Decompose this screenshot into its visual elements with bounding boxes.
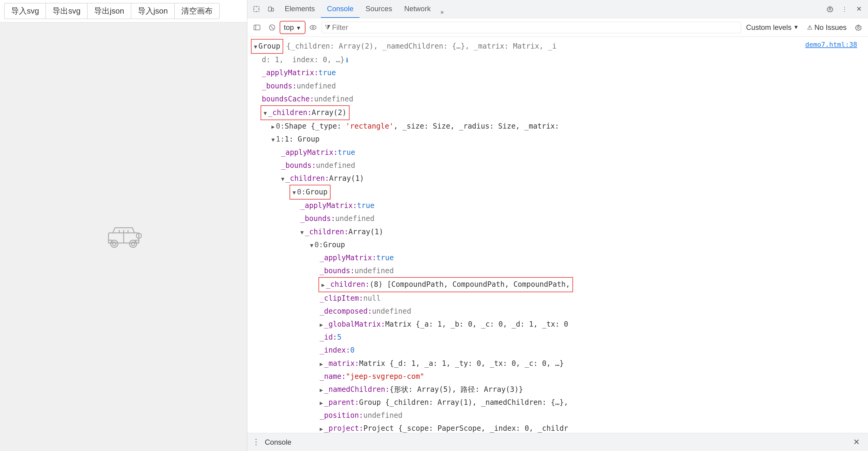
svg-line-23: [271, 26, 274, 29]
tab-elements[interactable]: Elements: [279, 0, 321, 18]
devtools-panel: Elements Console Sources Network » ⋮ ✕: [247, 0, 868, 451]
child1-val: 1: Group: [285, 134, 320, 145]
import-json-button[interactable]: 导入json: [131, 3, 175, 19]
matrix-expand-icon[interactable]: [320, 358, 324, 369]
custom-levels-button[interactable]: Custom levels ▼: [743, 22, 802, 33]
filter-input[interactable]: [332, 23, 738, 32]
applyMatrix-key-3: _applyMatrix:: [300, 200, 357, 211]
applyMatrix-val-4: true: [376, 252, 394, 263]
children-4-header-line[interactable]: _children: (8) [CompoundPath, CompoundPa…: [247, 277, 868, 291]
group-sub-line: d: 1, index: 0, …} ℹ: [247, 53, 868, 66]
svg-point-25: [312, 27, 314, 28]
inspect-element-button[interactable]: [250, 2, 263, 16]
context-chevron-icon: ▼: [296, 25, 301, 31]
clear-canvas-button[interactable]: 清空画布: [174, 3, 220, 19]
devtools-settings-button[interactable]: [824, 2, 837, 16]
console-close-button[interactable]: ✕: [850, 435, 863, 449]
children-3-header-line[interactable]: _children: Array(1): [247, 225, 868, 238]
globalMatrix-line[interactable]: _globalMatrix: Matrix {_a: 1, _b: 0, _c:…: [247, 318, 868, 331]
console-content: demo7.html:38 Group {_children: Array(2)…: [247, 37, 868, 433]
child20-expand-icon[interactable]: [292, 187, 297, 198]
group-root-line[interactable]: Group {_children: Array(2), _namedChildr…: [247, 39, 805, 53]
bounds-val-3: undefined: [335, 213, 375, 224]
console-settings-button[interactable]: [852, 21, 865, 34]
console-clear-button[interactable]: [266, 21, 279, 34]
child0-val: Shape {_type: 'rectangle', _size: Size, …: [285, 121, 559, 132]
child-3-0-line[interactable]: 0: Group: [247, 238, 868, 251]
custom-levels-label: Custom levels: [746, 23, 792, 32]
position-val: undefined: [364, 410, 403, 421]
devtools-close-button[interactable]: ✕: [852, 2, 866, 16]
children3-expand-icon[interactable]: [300, 226, 305, 237]
children-header-line[interactable]: _children: Array(2): [247, 106, 868, 120]
group-label: Group: [258, 41, 280, 52]
namedChildren-val: {形状: Array(5), 路径: Array(3)}: [390, 384, 523, 395]
import-svg-button[interactable]: 导入svg: [4, 3, 45, 19]
bounds-line-2: _bounds: undefined: [247, 159, 868, 172]
svg-point-3: [112, 242, 116, 246]
namedChildren-line[interactable]: _namedChildren: {形状: Array(5), 路径: Array…: [247, 383, 868, 396]
children-expand-icon[interactable]: [264, 107, 268, 118]
context-label: top: [284, 23, 294, 31]
project-line[interactable]: _project: Project {_scope: PaperScope, _…: [247, 422, 868, 433]
index-line: _index: 0: [247, 344, 868, 357]
children2-type: Array(1): [329, 173, 364, 184]
tab-network[interactable]: Network: [398, 0, 437, 18]
child30-index: 0:: [315, 239, 323, 251]
parent-expand-icon[interactable]: [320, 397, 324, 408]
clipItem-val: null: [364, 293, 381, 304]
name-key: _name:: [320, 371, 346, 382]
svg-rect-17: [269, 7, 272, 11]
context-selector[interactable]: top ▼: [280, 22, 305, 33]
device-toggle-button[interactable]: [264, 2, 277, 16]
project-expand-icon[interactable]: [320, 423, 324, 433]
export-json-button[interactable]: 导出json: [87, 3, 131, 19]
applyMatrix-key-1: _applyMatrix:: [262, 67, 318, 79]
no-issues-label: No Issues: [814, 23, 846, 32]
children-2-header-line[interactable]: _children: Array(1): [247, 172, 868, 185]
decomposed-line: _decomposed: undefined: [247, 305, 868, 318]
bounds-key-4: _bounds:: [320, 265, 355, 277]
bounds-line-4: _bounds: undefined: [247, 264, 868, 277]
matrix-line[interactable]: _matrix: Matrix {_d: 1, _a: 1, _ty: 0, _…: [247, 357, 868, 370]
globalMatrix-expand-icon[interactable]: [320, 319, 324, 330]
project-key: _project:: [324, 423, 364, 433]
bounds-line-1: _bounds: undefined: [247, 80, 868, 93]
child30-expand-icon[interactable]: [310, 239, 315, 251]
child1-expand-icon[interactable]: [272, 134, 276, 145]
globalMatrix-val: Matrix {_a: 1, _b: 0, _c: 0, _d: 1, _tx:…: [385, 319, 568, 330]
eye-icon: [309, 25, 317, 30]
child0-expand-icon[interactable]: [272, 121, 276, 132]
project-val: Project {_scope: PaperScope, _index: 0, …: [364, 423, 568, 433]
eye-button[interactable]: [306, 21, 320, 34]
child-0-line[interactable]: 0: Shape {_type: 'rectangle', _size: Siz…: [247, 120, 868, 133]
bounds-val-4: undefined: [355, 265, 394, 277]
namedChildren-expand-icon[interactable]: [320, 384, 324, 395]
parent-line[interactable]: _parent: Group {_children: Array(1), _na…: [247, 396, 868, 409]
tab-sources[interactable]: Sources: [360, 0, 398, 18]
name-line: _name: "jeep-svgrepo-com": [247, 370, 868, 383]
export-svg-button[interactable]: 导出svg: [45, 3, 87, 19]
applyMatrix-key-2: _applyMatrix:: [281, 147, 338, 158]
matrix-key: _matrix:: [324, 358, 359, 369]
child-1-line[interactable]: 1: 1: Group: [247, 133, 868, 146]
custom-levels-chevron-icon: ▼: [793, 24, 799, 30]
no-issues-button[interactable]: ⚠ No Issues: [804, 22, 850, 33]
svg-point-26: [858, 27, 859, 28]
console-menu-dots[interactable]: ⋮: [252, 438, 260, 447]
children4-expand-icon[interactable]: [321, 279, 326, 290]
child-2-0-line[interactable]: 0: Group: [247, 185, 868, 199]
file-link[interactable]: demo7.html:38: [805, 38, 862, 50]
children4-type: (8) [CompoundPath, CompoundPath, Compoun…: [369, 279, 570, 290]
boundsCache-line: boundsCache: undefined: [247, 93, 868, 106]
close-icon: ✕: [856, 5, 862, 13]
tab-console[interactable]: Console: [321, 0, 360, 18]
children2-expand-icon[interactable]: [281, 173, 286, 184]
more-tabs-button[interactable]: »: [437, 6, 447, 18]
canvas-area[interactable]: [0, 22, 247, 451]
clipItem-key: _clipItem:: [320, 293, 364, 304]
devtools-more-button[interactable]: ⋮: [838, 2, 851, 16]
children3-type: Array(1): [348, 226, 383, 237]
console-sidebar-toggle[interactable]: [250, 21, 264, 34]
expand-icon[interactable]: [254, 41, 258, 52]
